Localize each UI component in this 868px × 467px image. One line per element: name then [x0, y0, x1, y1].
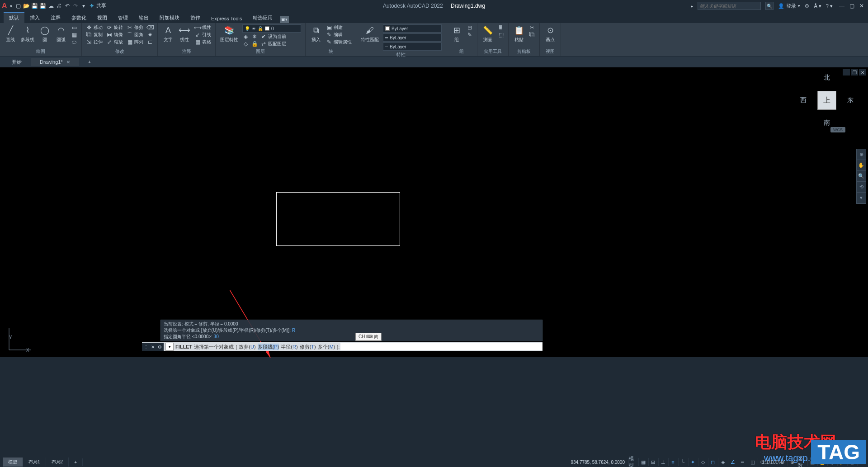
- calc-button[interactable]: 🖩: [496, 24, 505, 31]
- polyline-button[interactable]: ⌇多段线: [19, 24, 36, 44]
- explode-button[interactable]: ✷: [146, 31, 155, 38]
- layout-tab-add[interactable]: +: [69, 458, 83, 466]
- cut-button[interactable]: ✂: [528, 24, 537, 31]
- opt-multiple[interactable]: 多个(M): [318, 344, 335, 350]
- erase-button[interactable]: ⌫: [146, 24, 155, 31]
- copy-button[interactable]: ⿻复制: [85, 31, 104, 38]
- stretch-button[interactable]: ⇲拉伸: [85, 38, 104, 46]
- block-editattr-button[interactable]: ✎编辑属性: [325, 38, 353, 46]
- autodesk-app-icon[interactable]: ⚙: [805, 3, 809, 9]
- layout-tab-model[interactable]: 模型: [3, 458, 23, 467]
- cmd-close-button[interactable]: ✕: [150, 344, 156, 350]
- viewcube-north[interactable]: 北: [824, 74, 830, 82]
- select-button[interactable]: ⬚: [496, 31, 505, 38]
- array-button[interactable]: ▦阵列: [125, 38, 145, 46]
- panel-layers-title[interactable]: 图层: [218, 48, 302, 55]
- ungroup-button[interactable]: ⊟: [465, 24, 474, 31]
- nav-orbit-button[interactable]: ⟲: [857, 182, 866, 193]
- rectangle-button[interactable]: ▭: [70, 24, 79, 31]
- openweb-icon[interactable]: ☁: [47, 2, 55, 9]
- opt-undo[interactable]: 放弃(U): [239, 344, 255, 350]
- opt-trim[interactable]: 修剪(T): [300, 344, 316, 350]
- share-icon[interactable]: ✈: [88, 2, 95, 9]
- panel-clipboard-title[interactable]: 剪贴板: [511, 48, 537, 55]
- snapmode-button[interactable]: ⊞: [648, 458, 657, 466]
- plot-icon[interactable]: 🖨: [56, 2, 63, 9]
- ellipse-button[interactable]: ⬭: [70, 38, 79, 46]
- layer-lock-button[interactable]: 🔒: [250, 40, 259, 47]
- block-edit-button[interactable]: ✎编辑: [325, 31, 353, 38]
- lineweight-button[interactable]: ━: [738, 458, 747, 466]
- ribbon-toggle-button[interactable]: ▣▾: [280, 16, 289, 23]
- ribbon-tab-insert[interactable]: 插入: [24, 13, 45, 23]
- panel-modify-title[interactable]: 修改: [85, 48, 155, 55]
- redo-icon[interactable]: ↷: [72, 2, 79, 9]
- wcs-label[interactable]: WCS: [830, 127, 845, 132]
- circle-button[interactable]: ◯圆: [37, 24, 52, 44]
- mirror-button[interactable]: ⧓镜像: [105, 31, 124, 38]
- viewcube-west[interactable]: 西: [800, 96, 807, 104]
- match-props-button[interactable]: 🖌特性匹配: [359, 24, 381, 44]
- dwg-restore-button[interactable]: ❐: [851, 69, 858, 75]
- ribbon-tab-default[interactable]: 默认: [4, 12, 24, 23]
- cmd-drag-handle[interactable]: ⋮: [143, 344, 149, 350]
- polar-button[interactable]: ✦: [688, 458, 697, 466]
- 3dosnap-button[interactable]: ◈: [718, 458, 727, 466]
- color-combo[interactable]: ByLayer: [382, 24, 443, 33]
- infer-button[interactable]: ⊥: [658, 458, 667, 466]
- layer-combo[interactable]: 💡 ☀ 🔓 0: [241, 24, 302, 33]
- panel-draw-title[interactable]: 绘图: [3, 48, 79, 55]
- dwg-close-button[interactable]: ✕: [859, 69, 866, 75]
- trim-button[interactable]: ✂修剪: [125, 24, 145, 31]
- line-button[interactable]: ╱直线: [3, 24, 18, 44]
- ortho-button[interactable]: └: [678, 458, 687, 466]
- panel-view-title[interactable]: 视图: [542, 48, 558, 55]
- command-input[interactable]: [340, 343, 542, 350]
- save-icon[interactable]: 💾: [31, 2, 38, 9]
- help-icon[interactable]: ? ▾: [826, 3, 833, 9]
- close-button[interactable]: ✕: [857, 2, 866, 10]
- viewcube-south[interactable]: 南: [824, 119, 830, 127]
- panel-properties-title[interactable]: 特性: [359, 51, 443, 58]
- ribbon-tab-parametric[interactable]: 参数化: [66, 13, 92, 23]
- grid-button[interactable]: ▦: [638, 458, 647, 466]
- ribbon-tab-express[interactable]: Express Tools: [206, 14, 247, 23]
- command-line[interactable]: ⋮ ✕ ⚙ ▾ FILLET 选择第一个对象或 [ 放弃(U) 多段线(P) 半…: [142, 342, 542, 351]
- cmd-recent-button[interactable]: ▾: [165, 343, 174, 351]
- group-edit-button[interactable]: ✎: [465, 31, 474, 38]
- dynamicinput-button[interactable]: ≡: [668, 458, 677, 466]
- minimize-button[interactable]: —: [837, 2, 846, 10]
- search-button[interactable]: 🔍: [765, 2, 774, 10]
- osnap-button[interactable]: ◻: [708, 458, 717, 466]
- ribbon-tab-addins[interactable]: 附加模块: [154, 13, 185, 23]
- open-icon[interactable]: 📂: [23, 2, 30, 9]
- copy-clip-button[interactable]: ⿻: [528, 31, 537, 38]
- drawing-area[interactable]: — ❐ ✕ 上 北 南 东 西 WCS ⊕ ✋ 🔍 ⟲ ▾ Y X 当前设置: …: [0, 67, 868, 357]
- ribbon-tab-collab[interactable]: 协作: [185, 13, 206, 23]
- layer-off-button[interactable]: ◇: [241, 40, 250, 47]
- block-insert-button[interactable]: ⧉插入: [308, 24, 324, 44]
- model-space-button[interactable]: 模型: [628, 458, 637, 466]
- table-button[interactable]: ▦表格: [193, 38, 212, 46]
- panel-utilities-title[interactable]: 实用工具: [480, 48, 505, 55]
- layer-makecurrent-button[interactable]: ✔设为当前: [259, 33, 288, 40]
- block-create-button[interactable]: ▣创建: [325, 24, 353, 31]
- qat-dropdown-icon[interactable]: ▾: [80, 2, 87, 9]
- transparency-button[interactable]: ◫: [748, 458, 757, 466]
- ribbon-tab-output[interactable]: 输出: [133, 13, 154, 23]
- nav-zoom-button[interactable]: 🔍: [857, 171, 866, 182]
- viewcube-top[interactable]: 上: [817, 91, 836, 110]
- layer-match-button[interactable]: ⇄匹配图层: [259, 40, 288, 47]
- new-icon[interactable]: ▢: [15, 2, 22, 9]
- panel-block-title[interactable]: 块: [308, 48, 353, 55]
- viewcube[interactable]: 上 北 南 东 西: [802, 75, 852, 125]
- cmd-customize-button[interactable]: ⚙: [156, 344, 163, 350]
- maximize-button[interactable]: ▢: [847, 2, 856, 10]
- group-button[interactable]: ⊞组: [449, 24, 464, 44]
- layout-tab-1[interactable]: 布局1: [23, 458, 46, 467]
- ribbon-tab-annotate[interactable]: 注释: [45, 13, 66, 23]
- autodesk-a-icon[interactable]: Å ▾: [814, 3, 821, 9]
- leader-button[interactable]: ↙引线: [193, 31, 212, 38]
- nav-fullnav-button[interactable]: ⊕: [857, 149, 866, 160]
- nav-pan-button[interactable]: ✋: [857, 160, 866, 171]
